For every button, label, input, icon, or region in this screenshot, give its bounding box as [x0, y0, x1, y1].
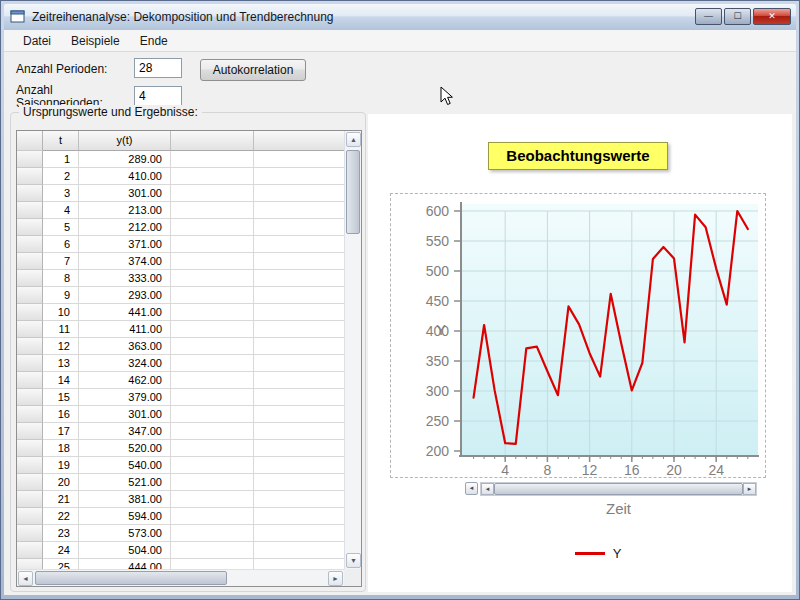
cell-empty[interactable] — [171, 236, 254, 253]
table-row[interactable]: 18520.00 — [17, 440, 344, 457]
cell-yt[interactable]: 301.00 — [79, 185, 171, 202]
cell-empty[interactable] — [254, 185, 344, 202]
table-row[interactable]: 14462.00 — [17, 372, 344, 389]
row-header[interactable] — [17, 338, 43, 355]
row-header[interactable] — [17, 236, 43, 253]
cell-yt[interactable]: 444.00 — [79, 559, 171, 569]
cell-t[interactable]: 18 — [43, 440, 79, 457]
row-header[interactable] — [17, 270, 43, 287]
grid-horizontal-scrollbar[interactable]: ◄ ► — [17, 569, 344, 586]
cell-yt[interactable]: 324.00 — [79, 355, 171, 372]
table-row[interactable]: 4213.00 — [17, 202, 344, 219]
scroll-right-icon[interactable]: ► — [328, 571, 343, 586]
cell-empty[interactable] — [254, 270, 344, 287]
cell-empty[interactable] — [171, 440, 254, 457]
cell-empty[interactable] — [171, 457, 254, 474]
cell-empty[interactable] — [171, 253, 254, 270]
table-row[interactable]: 9293.00 — [17, 287, 344, 304]
scroll-up-icon[interactable]: ▲ — [346, 132, 361, 147]
cell-yt[interactable]: 289.00 — [79, 151, 171, 168]
row-header[interactable] — [17, 508, 43, 525]
cell-t[interactable]: 24 — [43, 542, 79, 559]
grid-vertical-scrollbar[interactable]: ▲ ▼ — [344, 131, 361, 569]
cell-t[interactable]: 8 — [43, 270, 79, 287]
autocorrelation-button[interactable]: Autokorrelation — [200, 59, 306, 81]
cell-empty[interactable] — [171, 474, 254, 491]
cell-t[interactable]: 20 — [43, 474, 79, 491]
table-row[interactable]: 12363.00 — [17, 338, 344, 355]
row-header[interactable] — [17, 219, 43, 236]
observations-chart[interactable]: 2002503003504004505005506004812162024Y — [390, 193, 766, 478]
cell-empty[interactable] — [254, 355, 344, 372]
cell-empty[interactable] — [171, 355, 254, 372]
row-header[interactable] — [17, 423, 43, 440]
cell-t[interactable]: 16 — [43, 406, 79, 423]
cell-t[interactable]: 2 — [43, 168, 79, 185]
cell-empty[interactable] — [171, 559, 254, 569]
table-row[interactable]: 23573.00 — [17, 525, 344, 542]
cell-yt[interactable]: 363.00 — [79, 338, 171, 355]
cell-empty[interactable] — [254, 423, 344, 440]
cell-t[interactable]: 11 — [43, 321, 79, 338]
chart-zoom-reset-button[interactable]: ◄ — [465, 482, 478, 495]
chart-x-scrollbar[interactable]: ◄ ► — [480, 482, 757, 496]
row-header[interactable] — [17, 355, 43, 372]
cell-yt[interactable]: 410.00 — [79, 168, 171, 185]
cell-empty[interactable] — [254, 389, 344, 406]
row-header[interactable] — [17, 406, 43, 423]
season-input[interactable] — [134, 86, 182, 106]
cell-empty[interactable] — [254, 236, 344, 253]
table-row[interactable]: 24504.00 — [17, 542, 344, 559]
cell-empty[interactable] — [254, 508, 344, 525]
cell-empty[interactable] — [171, 151, 254, 168]
cell-t[interactable]: 5 — [43, 219, 79, 236]
table-row[interactable]: 1289.00 — [17, 151, 344, 168]
row-header[interactable] — [17, 253, 43, 270]
cell-t[interactable]: 9 — [43, 287, 79, 304]
cell-empty[interactable] — [254, 287, 344, 304]
titlebar[interactable]: Zeitreihenanalyse: Dekomposition und Tre… — [4, 4, 796, 30]
grid-corner-cell[interactable] — [17, 131, 43, 151]
cell-empty[interactable] — [254, 338, 344, 355]
table-row[interactable]: 10441.00 — [17, 304, 344, 321]
cell-t[interactable]: 21 — [43, 491, 79, 508]
table-row[interactable]: 19540.00 — [17, 457, 344, 474]
table-row[interactable]: 15379.00 — [17, 389, 344, 406]
row-header[interactable] — [17, 304, 43, 321]
cell-empty[interactable] — [254, 304, 344, 321]
table-row[interactable]: 21381.00 — [17, 491, 344, 508]
table-row[interactable]: 8333.00 — [17, 270, 344, 287]
cell-empty[interactable] — [171, 202, 254, 219]
row-header[interactable] — [17, 151, 43, 168]
table-row[interactable]: 16301.00 — [17, 406, 344, 423]
row-header[interactable] — [17, 168, 43, 185]
table-row[interactable]: 7374.00 — [17, 253, 344, 270]
cell-yt[interactable]: 441.00 — [79, 304, 171, 321]
row-header[interactable] — [17, 389, 43, 406]
cell-empty[interactable] — [171, 304, 254, 321]
chart-scroll-left-icon[interactable]: ◄ — [481, 483, 494, 495]
scroll-down-icon[interactable]: ▼ — [346, 553, 361, 568]
cell-empty[interactable] — [171, 372, 254, 389]
cell-empty[interactable] — [171, 185, 254, 202]
cell-empty[interactable] — [254, 559, 344, 569]
table-row[interactable]: 2410.00 — [17, 168, 344, 185]
cell-empty[interactable] — [171, 168, 254, 185]
chart-scroll-thumb[interactable] — [494, 483, 743, 495]
cell-empty[interactable] — [254, 253, 344, 270]
cell-t[interactable]: 6 — [43, 236, 79, 253]
row-header[interactable] — [17, 321, 43, 338]
cell-yt[interactable]: 333.00 — [79, 270, 171, 287]
cell-yt[interactable]: 379.00 — [79, 389, 171, 406]
cell-t[interactable]: 3 — [43, 185, 79, 202]
cell-t[interactable]: 25 — [43, 559, 79, 569]
cell-t[interactable]: 12 — [43, 338, 79, 355]
cell-empty[interactable] — [254, 542, 344, 559]
row-header[interactable] — [17, 559, 43, 569]
cell-yt[interactable]: 374.00 — [79, 253, 171, 270]
cell-empty[interactable] — [254, 457, 344, 474]
column-header-empty-1[interactable] — [171, 131, 254, 151]
cell-t[interactable]: 22 — [43, 508, 79, 525]
cell-yt[interactable]: 462.00 — [79, 372, 171, 389]
row-header[interactable] — [17, 491, 43, 508]
